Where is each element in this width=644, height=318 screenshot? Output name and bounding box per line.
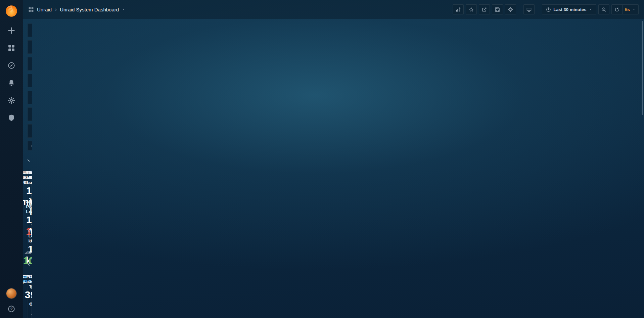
- apps-grid-icon: [28, 7, 34, 12]
- chevron-down-icon[interactable]: [122, 8, 125, 11]
- alerting-bell-icon[interactable]: [8, 79, 15, 87]
- main-area: Unraid › Unraid System Dashboard Last 30…: [23, 0, 644, 318]
- navbar-actions: Last 30 minutes 5s: [453, 4, 639, 14]
- tv-mode-button[interactable]: [523, 4, 535, 14]
- time-range-override[interactable]: Last 30 minutes: [23, 275, 32, 283]
- add-panel-icon: [456, 7, 461, 12]
- refresh-interval-label: 5s: [625, 7, 630, 12]
- variable-host: host Nostromo: [28, 74, 32, 87]
- time-range-picker[interactable]: Last 30 minutes: [542, 4, 596, 14]
- link-grafana-plex-theme[interactable]: Grafana Plex Theme: [28, 141, 32, 150]
- gear-icon: [508, 7, 513, 12]
- star-icon: [469, 7, 474, 12]
- dashboard-settings-button[interactable]: [505, 4, 516, 14]
- create-icon[interactable]: [8, 27, 15, 34]
- user-avatar[interactable]: [6, 288, 16, 299]
- configuration-gear-icon[interactable]: [8, 97, 15, 104]
- zoom-out-time-button[interactable]: [598, 4, 609, 14]
- star-dashboard-button[interactable]: [466, 4, 477, 14]
- breadcrumb-app[interactable]: Unraid: [37, 7, 52, 12]
- chevron-down-icon: [27, 159, 30, 162]
- variable-ups-datasource: UPS Datasource apcupsd-container: [28, 107, 32, 121]
- variable-telegraf-datasource: Telegraf Datasource Telegraf: [28, 91, 32, 104]
- variable-label: UPS Datasource: [28, 112, 32, 117]
- share-dashboard-button[interactable]: [479, 4, 490, 14]
- monitor-icon: [526, 7, 532, 12]
- explore-compass-icon[interactable]: [8, 62, 15, 69]
- add-panel-button[interactable]: [453, 4, 464, 14]
- clock-icon: [546, 7, 551, 12]
- variable-currency: Currency kr: [28, 40, 32, 54]
- sidebar-bottom: [6, 288, 16, 313]
- grafana-logo[interactable]: [4, 4, 18, 18]
- variable-label: Currency: [28, 45, 32, 50]
- navbar: Unraid › Unraid System Dashboard Last 30…: [23, 0, 644, 19]
- share-icon: [482, 7, 487, 12]
- breadcrumb: Unraid › Unraid System Dashboard: [28, 6, 125, 12]
- chevron-down-icon: [632, 8, 636, 11]
- save-dashboard-button[interactable]: [492, 4, 503, 14]
- server-admin-shield-icon[interactable]: [8, 114, 15, 122]
- variable-label: kWh Price: [28, 28, 32, 33]
- refresh-icon: [614, 7, 619, 12]
- chevron-down-icon: [589, 8, 592, 11]
- save-icon: [495, 7, 500, 12]
- variable-label: UPS Max Output Power Capacity (Watt): [28, 61, 32, 66]
- dashboard-content: kWh Price 0.65 Currency kr UPS Max Outpu…: [23, 19, 32, 318]
- grafana-app: Unraid › Unraid System Dashboard Last 30…: [0, 0, 644, 318]
- external-link-icon: [31, 144, 32, 148]
- time-range-label: Last 30 minutes: [553, 7, 586, 12]
- page-scrollbar[interactable]: [642, 21, 643, 115]
- dashboards-icon[interactable]: [8, 44, 15, 52]
- variable-cpu-threads: CPU Threads: [28, 124, 32, 138]
- variable-label: Telegraf Datasource: [28, 95, 32, 100]
- refresh-button[interactable]: [611, 4, 622, 14]
- variable-kwh-price: kWh Price 0.65: [28, 24, 32, 37]
- breadcrumb-dashboard-title[interactable]: Unraid System Dashboard: [60, 7, 119, 12]
- breadcrumb-separator: ›: [55, 6, 57, 12]
- variable-ups-max-output: UPS Max Output Power Capacity (Watt) 865: [28, 57, 32, 71]
- variable-label: CPU Threads: [28, 129, 32, 134]
- sidebar-nav: [8, 27, 15, 122]
- sidebar: [0, 0, 23, 318]
- help-icon[interactable]: [8, 305, 15, 313]
- refresh-interval-picker[interactable]: 5s: [622, 4, 639, 14]
- zoom-out-icon: [601, 7, 606, 12]
- variable-label: host: [28, 78, 32, 83]
- refresh-button-group: 5s: [611, 4, 639, 14]
